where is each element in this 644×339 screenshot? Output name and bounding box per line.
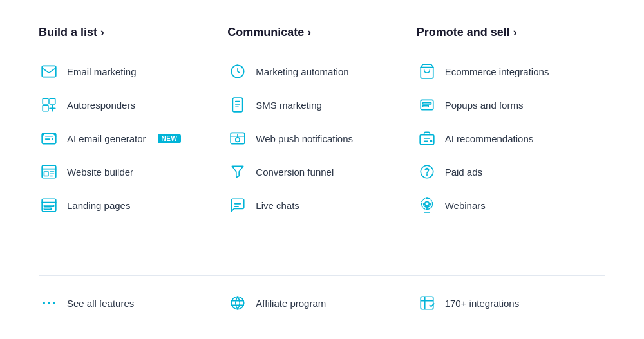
landing-pages-label: Landing pages (67, 200, 130, 211)
column-header-communicate[interactable]: Communicate › (227, 26, 403, 39)
menu-item-paid-ads[interactable]: Paid ads (417, 155, 592, 188)
sms-marketing-label: SMS marketing (256, 100, 322, 111)
sms-marketing-icon (227, 95, 248, 115)
landing-pages-icon (39, 195, 59, 215)
new-badge: NEW (158, 134, 182, 143)
svg-rect-17 (422, 103, 431, 104)
footer-item-see-all-features[interactable]: See all features (39, 286, 227, 320)
autoresponders-label: Autoresponders (67, 100, 135, 111)
ecommerce-integrations-label: Ecommerce integrations (445, 66, 549, 77)
svg-point-26 (53, 302, 55, 304)
affiliate-program-label: Affiliate program (256, 298, 326, 309)
email-marketing-label: Email marketing (67, 66, 137, 77)
marketing-automation-icon (227, 61, 248, 82)
affiliate-icon (227, 293, 248, 313)
menu-item-live-chats[interactable]: Live chats (227, 188, 403, 222)
menu-item-ecommerce-integrations[interactable]: Ecommerce integrations (417, 55, 592, 88)
svg-point-21 (421, 165, 433, 178)
conversion-funnel-icon (227, 161, 248, 182)
svg-rect-16 (421, 100, 433, 109)
footer-divider (39, 275, 605, 276)
menu-item-email-marketing[interactable]: Email marketing (39, 55, 214, 88)
paid-ads-icon (417, 161, 437, 182)
webinars-icon (417, 195, 437, 215)
web-push-notifications-label: Web push notifications (256, 133, 353, 144)
column-header-build-a-list[interactable]: Build a list › (39, 26, 214, 39)
conversion-funnel-label: Conversion funnel (256, 167, 334, 178)
svg-rect-19 (420, 135, 434, 145)
ecommerce-icon (417, 61, 437, 82)
menu-item-conversion-funnel[interactable]: Conversion funnel (227, 155, 403, 188)
svg-rect-2 (50, 98, 55, 104)
svg-point-24 (43, 302, 45, 304)
svg-point-22 (424, 202, 429, 206)
ai-recommendations-label: AI recommendations (445, 133, 534, 144)
svg-rect-10 (44, 208, 51, 209)
menu-item-marketing-automation[interactable]: Marketing automation (227, 55, 403, 88)
svg-point-5 (52, 139, 53, 140)
svg-point-25 (48, 302, 50, 304)
column-promote-and-sell: Promote and sell › Ecommerce integration… (417, 26, 605, 262)
svg-rect-0 (42, 66, 56, 77)
live-chats-icon (227, 195, 248, 215)
web-push-icon (227, 128, 248, 149)
ai-email-icon (39, 128, 59, 149)
menu-item-ai-recommendations[interactable]: AI recommendations (417, 122, 592, 155)
footer-item-affiliate-program[interactable]: Affiliate program (227, 286, 416, 320)
integrations-label: 170+ integrations (445, 298, 520, 309)
integrations-icon (417, 293, 437, 313)
live-chats-label: Live chats (256, 200, 299, 211)
footer-item-integrations[interactable]: 170+ integrations (417, 286, 605, 320)
menu-item-autoresponders[interactable]: Autoresponders (39, 88, 214, 122)
svg-point-20 (430, 140, 431, 142)
email-icon (39, 61, 59, 82)
svg-rect-1 (43, 98, 48, 104)
ai-recommendations-icon (417, 128, 437, 149)
svg-rect-3 (43, 105, 48, 111)
menu-item-webinars[interactable]: Webinars (417, 188, 592, 222)
marketing-automation-label: Marketing automation (256, 66, 348, 77)
popups-forms-icon (417, 95, 437, 115)
columns: Build a list › Email marketing Autorespo… (39, 26, 605, 262)
column-build-a-list: Build a list › Email marketing Autorespo… (39, 26, 227, 262)
svg-rect-12 (233, 98, 243, 112)
paid-ads-label: Paid ads (445, 167, 482, 178)
see-all-features-label: See all features (67, 298, 134, 309)
website-builder-icon (39, 161, 59, 182)
dots-icon (39, 293, 59, 313)
footer-row: See all features Affiliate program (39, 286, 605, 320)
svg-point-14 (236, 138, 240, 142)
svg-rect-9 (44, 205, 53, 206)
column-communicate: Communicate › Marketing automation SMS m… (227, 26, 416, 262)
svg-rect-18 (422, 105, 428, 107)
autoresponders-icon (39, 95, 59, 115)
svg-point-27 (232, 297, 245, 309)
menu-item-sms-marketing[interactable]: SMS marketing (227, 88, 403, 122)
menu-item-ai-email-generator[interactable]: AI email generator NEW (39, 122, 214, 155)
column-header-promote-and-sell[interactable]: Promote and sell › (417, 26, 592, 39)
popups-and-forms-label: Popups and forms (445, 100, 524, 111)
menu-item-website-builder[interactable]: Website builder (39, 155, 214, 188)
menu-item-landing-pages[interactable]: Landing pages (39, 188, 214, 222)
menu-item-web-push-notifications[interactable]: Web push notifications (227, 122, 403, 155)
ai-email-generator-label: AI email generator (67, 133, 146, 144)
svg-rect-7 (44, 172, 48, 176)
menu-item-popups-and-forms[interactable]: Popups and forms (417, 88, 592, 122)
website-builder-label: Website builder (67, 167, 133, 178)
menu-container: Build a list › Email marketing Autorespo… (0, 0, 644, 339)
webinars-label: Webinars (445, 200, 486, 211)
